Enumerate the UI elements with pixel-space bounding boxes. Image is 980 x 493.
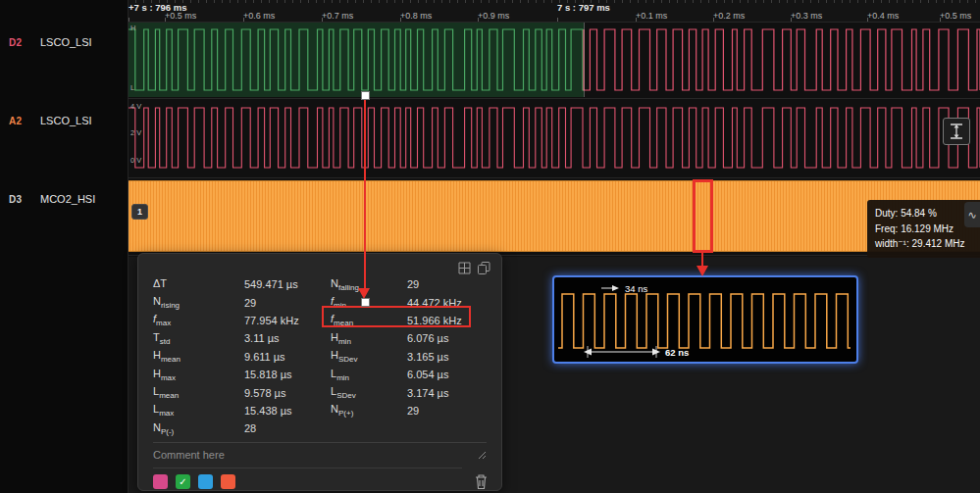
d2-waveform[interactable] — [128, 22, 980, 98]
a2-wave-path — [128, 108, 980, 168]
trash-icon[interactable] — [474, 473, 489, 490]
d3-highlight-rect — [693, 179, 713, 253]
copy-table-icon[interactable] — [458, 262, 471, 274]
measurement-selection-region[interactable] — [128, 23, 584, 97]
metric-value: 549.471 µs — [244, 278, 331, 290]
metric-value: 6.076 µs — [407, 332, 491, 344]
metric-label: NP(+) — [331, 403, 407, 418]
comment-placeholder: Comment here — [153, 449, 225, 461]
tooltip-line: width⁻¹: 29.412 MHz — [875, 236, 975, 252]
a2-waveform[interactable] — [128, 98, 980, 177]
metric-label: ΔT — [153, 277, 244, 292]
measurement-row: Hmean9.611 µsHSDev3.165 µs — [153, 348, 491, 366]
a2-scale-2v-label: 2 V — [130, 129, 141, 137]
metric-value: 29 — [244, 297, 331, 309]
tag-row: ✓ — [153, 468, 462, 489]
d2-low-level-label: L — [130, 84, 134, 92]
tag-red-button[interactable] — [221, 474, 235, 489]
channel-label-d3[interactable]: D3MCO2_HSI — [9, 193, 95, 205]
cursor-tooltip: Duty: 54.84 %Freq: 16.129 MHzwidth⁻¹: 29… — [867, 200, 980, 258]
timeline-ruler[interactable] — [128, 0, 980, 22]
metric-value: 3.165 µs — [407, 351, 491, 363]
measurement-row: ΔT549.471 µsNfalling29 — [153, 275, 491, 293]
marker-badge[interactable]: 1 — [131, 204, 148, 220]
period-label: 62 ns — [665, 347, 689, 358]
metric-label: Lmin — [331, 368, 407, 382]
red-arrow-annotation — [701, 252, 703, 267]
tooltip-line: Duty: 54.84 % — [875, 206, 975, 222]
analog-collapse-tab[interactable]: ∿ — [964, 202, 980, 227]
resize-handle-icon[interactable] — [478, 451, 487, 460]
tooltip-value: 54.84 % — [901, 208, 937, 219]
fmean-highlight-box — [322, 306, 471, 327]
metric-label: LSDev — [331, 385, 407, 400]
sine-icon: ∿ — [967, 209, 976, 222]
annotation-handle[interactable] — [361, 298, 370, 307]
channel-id: D3 — [9, 194, 28, 205]
metric-value: 3.174 µs — [407, 387, 491, 399]
inset-wave-path — [558, 294, 851, 348]
channel-id: D2 — [9, 37, 28, 48]
copy-clipboard-icon[interactable] — [478, 262, 490, 274]
channel-name: MCO2_HSI — [40, 193, 95, 205]
tooltip-value: 29.412 MHz — [912, 238, 965, 249]
metric-label: NP(-) — [153, 421, 244, 436]
tooltip-line: Freq: 16.129 MHz — [875, 222, 975, 237]
channel-id: A2 — [9, 116, 28, 126]
measurement-row: Hmax15.818 µsLmin6.054 µs — [153, 366, 491, 383]
measure-tool-icon[interactable] — [943, 118, 970, 145]
tag-pink-button[interactable] — [153, 474, 168, 489]
zoom-inset: 34 ns 62 ns — [552, 275, 858, 364]
channel-label-d2[interactable]: D2LSCO_LSI — [9, 36, 92, 48]
tag-blue-button[interactable] — [198, 474, 213, 489]
a2-scale-0v-label: 0 V — [130, 157, 141, 165]
tooltip-value: 16.129 MHz — [901, 223, 954, 234]
logic-analyzer-app: +7 s : 796 ms7 s : 797 ms+0.5 ms+0.6 ms+… — [0, 0, 980, 493]
row-separator — [0, 177, 980, 178]
red-arrowhead — [696, 266, 708, 276]
metric-value: 28 — [244, 422, 331, 434]
measurement-row: Tstd3.11 µsHmin6.076 µs — [153, 329, 491, 347]
measurement-row: Lmax15.438 µsNP(+)29 — [153, 402, 491, 419]
metric-label: Hmax — [153, 368, 244, 382]
channel-label-a2[interactable]: A2LSCO_LSI — [9, 115, 92, 126]
red-arrow-annotation — [364, 98, 366, 288]
measurement-panel: ΔT549.471 µsNfalling29Nrising29fmin44.47… — [137, 253, 502, 491]
inset-waveform: 34 ns 62 ns — [554, 279, 852, 360]
channel-name: LSCO_LSI — [40, 36, 92, 48]
panel-toolbar — [458, 262, 490, 274]
pulse-width-label: 34 ns — [625, 283, 647, 294]
metric-value: 29 — [407, 405, 491, 417]
comment-input[interactable]: Comment here — [153, 442, 487, 467]
tooltip-label: Freq: — [875, 223, 898, 234]
metric-value: 9.611 µs — [244, 351, 331, 363]
d2-high-level-label: H — [130, 25, 135, 32]
metric-value: 15.438 µs — [244, 405, 331, 417]
measurement-rows: ΔT549.471 µsNfalling29Nrising29fmin44.47… — [153, 275, 491, 438]
d3-waveform-band[interactable] — [128, 180, 980, 252]
metric-label: Lmax — [153, 403, 244, 418]
measurement-row: NP(-)28 — [153, 419, 491, 437]
pulse-width-annotation: 34 ns — [601, 283, 647, 294]
channel-name: LSCO_LSI — [40, 115, 92, 126]
metric-label: fmax — [153, 313, 244, 327]
tooltip-label: Duty: — [875, 208, 898, 219]
metric-label: Hmean — [153, 349, 244, 364]
metric-label: Tstd — [153, 331, 244, 346]
sidebar: D2LSCO_LSIA2LSCO_LSID3MCO2_HSI — [0, 0, 129, 493]
a2-scale-4v-label: 4 V — [130, 103, 141, 111]
tag-green-button[interactable]: ✓ — [176, 474, 190, 489]
metric-label: Nrising — [153, 295, 244, 310]
d2-wave-path — [584, 29, 980, 90]
metric-label: HSDev — [331, 349, 407, 364]
metric-value: 3.11 µs — [244, 332, 331, 344]
annotation-handle[interactable] — [361, 91, 370, 100]
metric-value: 15.818 µs — [244, 369, 331, 380]
selection-edge-marker[interactable] — [584, 23, 585, 97]
metric-label: Lmean — [153, 385, 244, 400]
i-beam-icon — [945, 120, 968, 143]
metric-value: 9.578 µs — [244, 387, 331, 399]
measurement-row: Lmean9.578 µsLSDev3.174 µs — [153, 383, 491, 401]
metric-label: Hmin — [331, 331, 407, 346]
metric-value: 29 — [407, 278, 491, 290]
